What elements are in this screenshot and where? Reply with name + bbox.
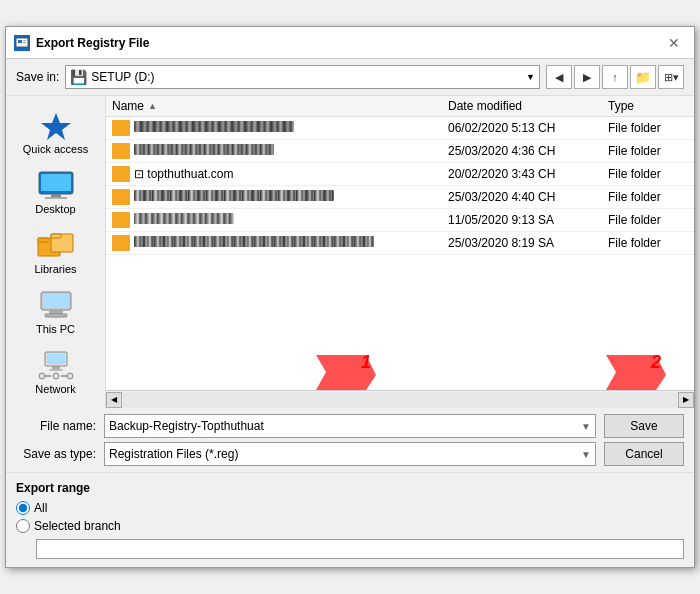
folder-icon <box>112 166 130 182</box>
radio-all-row: All <box>16 501 684 515</box>
file-type: File folder <box>608 190 688 204</box>
radio-all-input[interactable] <box>16 501 30 515</box>
libraries-icon <box>36 229 76 261</box>
file-name: ⊡ topthuthuat.com <box>134 167 448 181</box>
folder-icon <box>112 143 130 159</box>
file-name-row: File name: ▼ Save <box>16 414 684 438</box>
file-date: 06/02/2020 5:13 CH <box>448 121 608 135</box>
save-button[interactable]: Save <box>604 414 684 438</box>
file-date: 25/03/2020 8:19 SA <box>448 236 608 250</box>
file-date: 25/03/2020 4:36 CH <box>448 144 608 158</box>
horizontal-scrollbar[interactable]: ◀ ▶ <box>106 390 694 408</box>
table-row[interactable]: 06/02/2020 5:13 CH File folder <box>106 117 694 140</box>
sort-arrow-icon: ▲ <box>148 101 157 111</box>
drive-label: SETUP (D:) <box>91 70 154 84</box>
save-as-type-select[interactable]: Registration Files (*.reg) ▼ <box>104 442 596 466</box>
bottom-form: File name: ▼ Save Save as type: Registra… <box>6 408 694 472</box>
save-in-select[interactable]: 💾 SETUP (D:) ▼ <box>65 65 540 89</box>
save-as-type-label: Save as type: <box>16 447 96 461</box>
svg-rect-2 <box>23 40 26 41</box>
svg-rect-12 <box>51 234 61 238</box>
file-list-area: Name ▲ Date modified Type 06/02/2020 5:1… <box>106 96 694 408</box>
file-name <box>134 121 448 135</box>
radio-branch-label[interactable]: Selected branch <box>34 519 121 533</box>
file-type: File folder <box>608 167 688 181</box>
file-type: File folder <box>608 213 688 227</box>
svg-rect-16 <box>45 314 67 317</box>
svg-rect-8 <box>45 197 67 199</box>
file-list[interactable]: 06/02/2020 5:13 CH File folder 25/03/202… <box>106 117 694 390</box>
table-row[interactable]: 11/05/2020 9:13 SA File folder <box>106 209 694 232</box>
forward-button[interactable]: ▶ <box>574 65 600 89</box>
toolbar-buttons: ◀ ▶ ↑ 📁 ⊞▾ <box>546 65 684 89</box>
save-in-label: Save in: <box>16 70 59 84</box>
svg-rect-15 <box>49 310 63 314</box>
sidebar-item-this-pc[interactable]: This PC <box>11 284 101 340</box>
sidebar-label-libraries: Libraries <box>34 263 76 275</box>
scroll-track[interactable] <box>122 392 678 408</box>
scroll-right-button[interactable]: ▶ <box>678 392 694 408</box>
sidebar-label-quick-access: Quick access <box>23 143 88 155</box>
table-row[interactable]: 25/03/2020 4:36 CH File folder <box>106 140 694 163</box>
svg-rect-6 <box>41 174 71 191</box>
up-button[interactable]: ↑ <box>602 65 628 89</box>
svg-rect-20 <box>49 369 63 371</box>
radio-branch-input[interactable] <box>16 519 30 533</box>
table-row[interactable]: 25/03/2020 4:40 CH File folder <box>106 186 694 209</box>
new-folder-button[interactable]: 📁 <box>630 65 656 89</box>
file-date: 20/02/2020 3:43 CH <box>448 167 608 181</box>
sidebar-label-desktop: Desktop <box>35 203 75 215</box>
scroll-left-button[interactable]: ◀ <box>106 392 122 408</box>
file-name <box>134 236 448 250</box>
radio-all-label[interactable]: All <box>34 501 47 515</box>
folder-icon <box>112 235 130 251</box>
branch-path-input[interactable] <box>36 539 684 559</box>
svg-rect-1 <box>18 40 22 43</box>
radio-branch-row: Selected branch <box>16 519 684 533</box>
sidebar-label-this-pc: This PC <box>36 323 75 335</box>
back-button[interactable]: ◀ <box>546 65 572 89</box>
table-row[interactable]: ⊡ topthuthuat.com 20/02/2020 3:43 CH Fil… <box>106 163 694 186</box>
file-name-input-wrapper[interactable]: ▼ <box>104 414 596 438</box>
folder-icon <box>112 189 130 205</box>
sidebar-item-quick-access[interactable]: Quick access <box>11 104 101 160</box>
svg-rect-14 <box>43 294 69 308</box>
table-row[interactable]: 25/03/2020 8:19 SA File folder <box>106 232 694 255</box>
file-name <box>134 213 448 227</box>
file-name-dropdown-icon[interactable]: ▼ <box>581 421 591 432</box>
svg-point-21 <box>53 373 59 379</box>
folder-icon <box>112 212 130 228</box>
sidebar-item-desktop[interactable]: Desktop <box>11 164 101 220</box>
save-as-type-row: Save as type: Registration Files (*.reg)… <box>16 442 684 466</box>
file-type: File folder <box>608 236 688 250</box>
network-icon <box>36 349 76 381</box>
drive-icon: 💾 <box>70 69 87 85</box>
file-date: 25/03/2020 4:40 CH <box>448 190 608 204</box>
col-header-date[interactable]: Date modified <box>448 99 608 113</box>
sidebar-item-network[interactable]: Network <box>11 344 101 400</box>
folder-icon <box>112 120 130 136</box>
file-date: 11/05/2020 9:13 SA <box>448 213 608 227</box>
file-name <box>134 144 448 158</box>
file-type: File folder <box>608 121 688 135</box>
sidebar-item-libraries[interactable]: Libraries <box>11 224 101 280</box>
views-button[interactable]: ⊞▾ <box>658 65 684 89</box>
file-name-label: File name: <box>16 419 96 433</box>
file-name <box>134 190 448 204</box>
save-in-row: Save in: 💾 SETUP (D:) ▼ ◀ ▶ ↑ 📁 ⊞▾ <box>6 59 694 96</box>
svg-point-25 <box>67 373 73 379</box>
col-header-name[interactable]: Name ▲ <box>112 99 448 113</box>
cancel-button[interactable]: Cancel <box>604 442 684 466</box>
svg-marker-4 <box>41 113 71 140</box>
close-button[interactable]: ✕ <box>662 31 686 55</box>
col-header-type[interactable]: Type <box>608 99 688 113</box>
save-as-type-dropdown-icon[interactable]: ▼ <box>581 449 591 460</box>
export-registry-dialog: Export Registry File ✕ Save in: 💾 SETUP … <box>5 26 695 568</box>
dropdown-arrow-icon: ▼ <box>526 72 535 82</box>
svg-rect-19 <box>52 366 60 369</box>
file-name-input[interactable] <box>109 419 581 433</box>
export-range-section: Export range All Selected branch <box>6 472 694 567</box>
dialog-icon <box>14 35 30 51</box>
svg-rect-7 <box>51 194 61 197</box>
svg-rect-18 <box>47 354 65 364</box>
